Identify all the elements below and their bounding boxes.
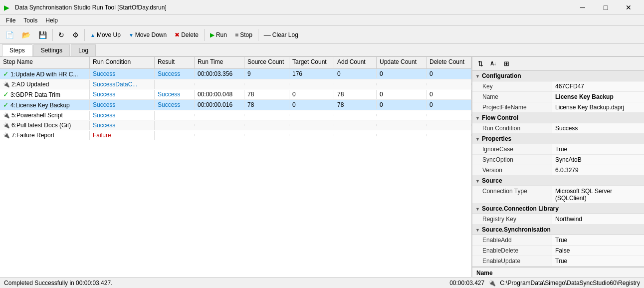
- prop-az-button[interactable]: A↓: [487, 58, 499, 69]
- save-button[interactable]: 💾: [35, 28, 50, 42]
- menu-tools[interactable]: Tools: [19, 16, 41, 25]
- runTime-cell: 00:00:03.356: [195, 69, 244, 78]
- runTime-cell: [195, 124, 244, 126]
- deleteCount-cell: 0: [427, 69, 471, 78]
- table-row[interactable]: 🔌6:Pull latest Docs (Git)Success: [0, 120, 471, 130]
- prop-section-header[interactable]: Configuration: [472, 71, 644, 81]
- table-row[interactable]: 🔌5:Powershell ScriptSuccess: [0, 110, 471, 120]
- deleteCount-cell: 0: [427, 90, 471, 99]
- settings-button[interactable]: ⚙: [69, 28, 82, 42]
- stop-icon: [235, 31, 238, 38]
- prop-value: License Key Backup: [552, 92, 644, 102]
- stop-button[interactable]: Stop: [231, 28, 256, 42]
- col-run-condition: Run Condition: [90, 57, 155, 68]
- separator-1: [52, 29, 53, 41]
- deleteCount-cell: 0: [427, 100, 471, 109]
- step-name-cell: ✓3:GDPR Data Trim: [0, 89, 90, 99]
- tab-steps[interactable]: Steps: [2, 44, 32, 56]
- check-icon: ✓: [3, 101, 9, 109]
- menu-help[interactable]: Help: [41, 16, 62, 25]
- new-button[interactable]: 📄: [2, 28, 17, 42]
- status-time: 00:00:03.427: [449, 280, 484, 287]
- tab-settings[interactable]: Settings: [33, 44, 70, 56]
- clear-log-button[interactable]: Clear Log: [260, 28, 302, 42]
- prop-key: EnableUpdate: [472, 256, 552, 266]
- run-condition-cell: Success: [90, 100, 155, 109]
- move-down-icon: [129, 31, 134, 38]
- collapse-icon: [475, 114, 480, 121]
- az-icon: A↓: [490, 61, 496, 66]
- sourceCount-cell: [244, 83, 289, 85]
- prop-value: Microsoft SQL Server (SQLClient): [552, 186, 644, 203]
- prop-grid-button[interactable]: [500, 58, 512, 69]
- prop-section-header[interactable]: Properties: [472, 134, 644, 144]
- maximize-button[interactable]: □: [594, 0, 617, 15]
- addCount-cell: 78: [334, 90, 377, 99]
- result-cell: [155, 83, 195, 85]
- menu-file[interactable]: File: [2, 16, 19, 25]
- table-row[interactable]: ✓3:GDPR Data TrimSuccessSuccess00:00:00.…: [0, 89, 471, 100]
- step-name-cell: ✓1:Update AD with HR C...: [0, 69, 90, 79]
- prop-section-header[interactable]: Source: [472, 176, 644, 186]
- prop-key: Version: [472, 165, 552, 175]
- close-button[interactable]: ✕: [617, 0, 640, 15]
- addCount-cell: [334, 83, 377, 85]
- deleteCount-cell: [427, 114, 471, 116]
- prop-row: Run ConditionSuccess: [472, 123, 644, 134]
- move-down-label: Move Down: [135, 31, 167, 38]
- table-row[interactable]: 🔌2:AD UpdatedSuccessDataC...: [0, 79, 471, 89]
- save-icon: 💾: [38, 31, 47, 39]
- move-down-button[interactable]: Move Down: [125, 28, 170, 42]
- tab-log[interactable]: Log: [71, 44, 96, 56]
- updateCount-cell: [377, 114, 427, 116]
- prop-value: True: [552, 235, 644, 245]
- table-body: ✓1:Update AD with HR C...SuccessSuccess0…: [0, 69, 471, 277]
- prop-sort-button[interactable]: [474, 58, 486, 69]
- status-path: C:\ProgramData\Simego\DataSyncStudio60\R…: [500, 280, 640, 287]
- info-title: Name: [476, 270, 640, 277]
- db-icon: 🔌: [3, 122, 10, 128]
- sourceCount-cell: [244, 134, 289, 136]
- col-step-name: Step Name: [0, 57, 90, 68]
- minimize-button[interactable]: ─: [571, 0, 594, 15]
- prop-section-header[interactable]: Source.Synchronisation: [472, 225, 644, 235]
- table-row[interactable]: ✓1:Update AD with HR C...SuccessSuccess0…: [0, 69, 471, 79]
- col-result: Result: [155, 57, 195, 68]
- check-icon: ✓: [3, 90, 9, 98]
- prop-section: PropertiesIgnoreCaseTrueSyncOptionSyncAt…: [472, 134, 644, 176]
- collapse-icon: [475, 177, 480, 184]
- sourceCount-cell: [244, 114, 289, 116]
- result-cell: [155, 114, 195, 116]
- prop-section-header[interactable]: Flow Control: [472, 113, 644, 123]
- app-icon: ▶: [4, 3, 12, 11]
- col-run-time: Run Time: [195, 57, 244, 68]
- prop-row: IgnoreCaseTrue: [472, 144, 644, 155]
- move-up-label: Move Up: [97, 31, 121, 38]
- table-row[interactable]: ✓4:License Key BackupSuccessSuccess00:00…: [0, 100, 471, 110]
- move-up-button[interactable]: Move Up: [87, 28, 124, 42]
- separator-3: [204, 29, 205, 41]
- prop-toolbar: A↓: [472, 57, 644, 71]
- step-name-cell: 🔌6:Pull latest Docs (Git): [0, 121, 90, 130]
- toolbar: 📄 📂 💾 ↻ ⚙ Move Up Move Down Delete Run S…: [0, 26, 644, 44]
- step-name-cell: 🔌7:Failure Report: [0, 131, 90, 140]
- table-row[interactable]: 🔌7:Failure ReportFailure: [0, 130, 471, 140]
- step-name-cell: 🔌5:Powershell Script: [0, 111, 90, 120]
- prop-row: EnableUpdateTrue: [472, 256, 644, 267]
- open-button[interactable]: 📂: [18, 28, 34, 42]
- left-panel: Step Name Run Condition Result Run Time …: [0, 57, 472, 277]
- run-button[interactable]: Run: [207, 28, 230, 42]
- run-condition-cell: Success: [90, 69, 155, 78]
- deleteCount-cell: [427, 134, 471, 136]
- delete-button[interactable]: Delete: [171, 28, 202, 42]
- move-up-icon: [90, 31, 95, 38]
- prop-section-header[interactable]: Source.Connection Library: [472, 204, 644, 214]
- col-source-count: Source Count: [244, 57, 289, 68]
- deleteCount-cell: [427, 83, 471, 85]
- grid-icon: [504, 60, 509, 67]
- refresh-icon: ↻: [58, 31, 64, 39]
- prop-key: Key: [472, 81, 552, 91]
- refresh-button[interactable]: ↻: [55, 28, 68, 42]
- title-bar-text: Data Synchronisation Studio Run Tool [St…: [15, 4, 571, 11]
- separator-4: [258, 29, 258, 41]
